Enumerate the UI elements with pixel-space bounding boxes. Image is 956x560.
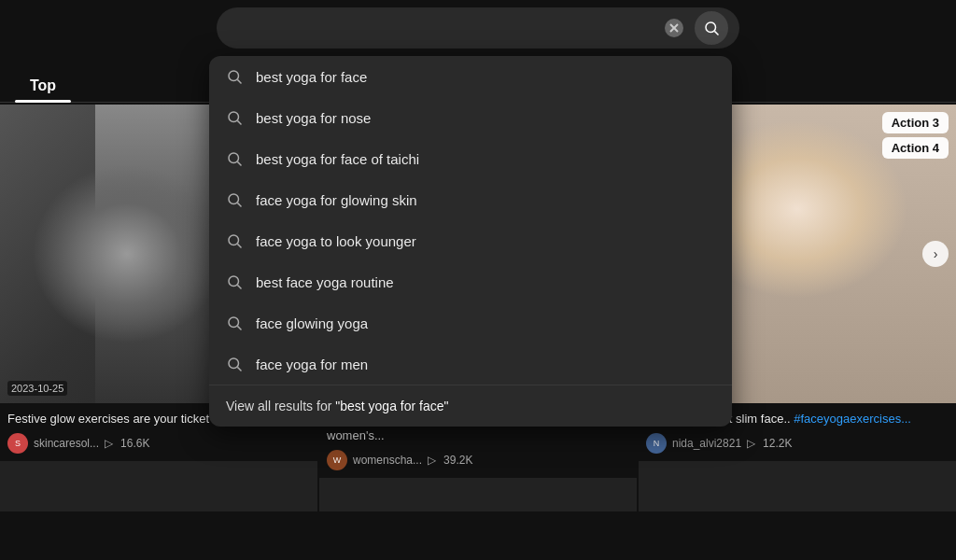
avatar-3: N [646, 433, 667, 454]
svg-line-5 [237, 79, 241, 83]
action-badges-3: Action 3 Action 4 [882, 112, 949, 159]
video-meta-3: N nida_alvi2821 ▷ 12.2K [646, 433, 949, 454]
autocomplete-text-1: best yoga for face [256, 69, 367, 85]
search-small-icon-8 [226, 356, 243, 372]
autocomplete-item-7[interactable]: face glowing yoga [209, 302, 732, 343]
autocomplete-item-5[interactable]: face yoga to look younger [209, 220, 732, 261]
svg-point-8 [229, 153, 239, 163]
autocomplete-text-7: face glowing yoga [256, 315, 368, 331]
author-1: skincaresol... [34, 437, 99, 450]
search-input[interactable]: best yoga for face [228, 20, 665, 36]
svg-line-15 [237, 285, 241, 288]
autocomplete-dropdown: best yoga for face best yoga for nose be… [209, 56, 732, 427]
view-all-text: View all results for "best yoga for face… [226, 399, 448, 413]
header: best yoga for face [0, 0, 956, 56]
video-date-1: 2023-10-25 [7, 381, 67, 396]
search-icon [703, 20, 720, 36]
video-meta-2: W womenscha... ▷ 39.2K [327, 450, 629, 470]
svg-line-11 [237, 203, 241, 206]
avatar-2: W [327, 450, 347, 470]
svg-point-2 [706, 22, 716, 33]
tab-top[interactable]: Top [15, 70, 71, 102]
action-badge-4: Action 4 [882, 137, 949, 159]
svg-point-16 [229, 317, 239, 328]
svg-line-13 [237, 244, 241, 247]
nav-arrow-3[interactable]: › [922, 241, 949, 267]
svg-line-19 [237, 367, 241, 371]
action-badge-3: Action 3 [882, 112, 949, 133]
avatar-1: S [7, 433, 28, 454]
svg-line-3 [714, 31, 718, 35]
autocomplete-item-6[interactable]: best face yoga routine [209, 261, 732, 302]
view-all-results[interactable]: View all results for "best yoga for face… [209, 385, 732, 427]
autocomplete-text-6: best face yoga routine [256, 274, 394, 290]
search-small-icon-5 [226, 232, 243, 249]
autocomplete-item-4[interactable]: face yoga for glowing skin [209, 179, 732, 220]
author-2: womenscha... [353, 454, 422, 467]
autocomplete-text-2: best yoga for nose [256, 110, 371, 126]
play-icon-1: ▷ [105, 437, 113, 450]
video-title-highlight-3: #faceyogaexercises... [794, 412, 911, 426]
svg-line-7 [237, 120, 241, 124]
svg-point-4 [229, 71, 239, 81]
autocomplete-text-4: face yoga for glowing skin [256, 192, 417, 208]
plays-3: 12.2K [763, 437, 792, 450]
svg-point-12 [229, 235, 239, 245]
video-meta-1: S skincaresol... ▷ 16.6K [7, 433, 310, 454]
plays-1: 16.6K [120, 437, 149, 450]
search-small-icon-4 [226, 191, 243, 208]
autocomplete-item-3[interactable]: best yoga for face of taichi [209, 138, 732, 179]
search-bar: best yoga for face [217, 7, 739, 49]
svg-point-18 [229, 358, 239, 369]
search-small-icon-3 [226, 150, 243, 167]
svg-line-17 [237, 326, 241, 329]
autocomplete-text-3: best yoga for face of taichi [256, 151, 419, 167]
svg-point-6 [229, 112, 239, 122]
search-small-icon-6 [226, 273, 243, 290]
autocomplete-text-5: face yoga to look younger [256, 233, 416, 249]
search-small-icon-2 [226, 109, 243, 126]
autocomplete-item-8[interactable]: face yoga for men [209, 343, 732, 385]
clear-icon[interactable] [665, 19, 683, 37]
autocomplete-item-2[interactable]: best yoga for nose [209, 97, 732, 138]
play-icon-3: ▷ [747, 437, 755, 450]
search-small-icon-7 [226, 315, 243, 331]
svg-point-10 [229, 194, 239, 204]
search-small-icon [226, 68, 243, 85]
svg-line-9 [237, 161, 241, 165]
svg-point-14 [229, 276, 239, 287]
autocomplete-item-1[interactable]: best yoga for face [209, 56, 732, 97]
search-button[interactable] [695, 11, 728, 45]
play-icon-2: ▷ [428, 454, 436, 467]
autocomplete-text-8: face yoga for men [256, 357, 368, 372]
plays-2: 39.2K [443, 454, 472, 467]
author-3: nida_alvi2821 [672, 437, 741, 450]
